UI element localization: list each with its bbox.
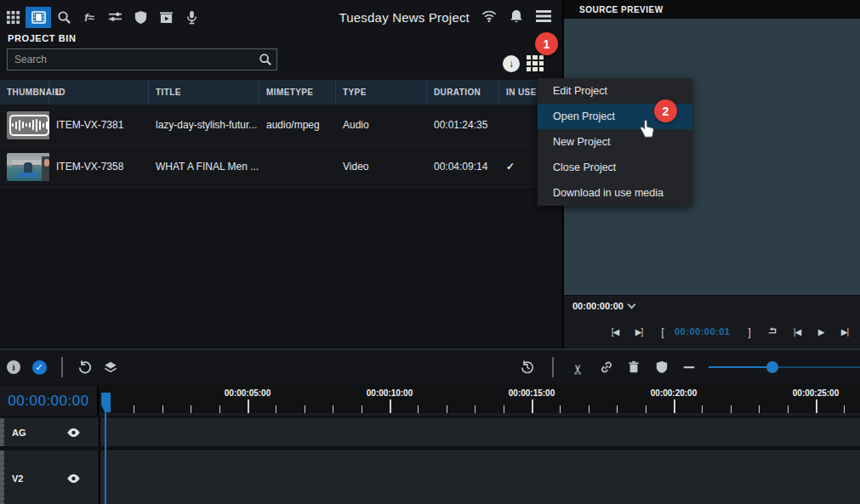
drag-handle[interactable] xyxy=(0,450,4,504)
info-icon[interactable]: i xyxy=(5,359,22,376)
mark-out-button[interactable]: ] xyxy=(738,326,761,338)
shield-icon[interactable] xyxy=(128,7,153,28)
col-id[interactable]: ID xyxy=(49,80,149,105)
project-bin-label: PROJECT BIN xyxy=(8,33,77,43)
ruler-tick xyxy=(362,405,362,413)
play-button[interactable]: ▶ xyxy=(809,327,833,337)
ruler-tick xyxy=(305,405,305,413)
layers-icon[interactable] xyxy=(102,359,119,376)
notifications-bell-icon[interactable] xyxy=(509,8,524,27)
hamburger-menu-icon[interactable] xyxy=(536,8,551,27)
goto-in-button[interactable]: [◀ xyxy=(603,327,627,337)
ruler-tick xyxy=(191,405,191,413)
ruler-tick xyxy=(134,405,134,413)
search-icon[interactable] xyxy=(51,7,77,28)
playhead-timecode: 00:00:00:00 xyxy=(8,393,88,410)
track-header[interactable]: AG xyxy=(0,418,100,446)
track-lane[interactable] xyxy=(100,450,860,504)
adjust-sliders-icon[interactable] xyxy=(102,7,128,28)
divider xyxy=(552,357,554,377)
export-archive-icon[interactable] xyxy=(153,7,179,28)
transport-controls: [◀ ▶] [ 00:00:00:01 ] |◀ ▶ ▶| xyxy=(564,316,860,347)
step-badge-1: 1 xyxy=(535,32,558,55)
chevron-down-icon[interactable] xyxy=(627,301,635,309)
preview-timecode-row[interactable]: 00:00:00:00 xyxy=(564,296,860,316)
thumbnail-cell[interactable] xyxy=(0,111,49,139)
undo-icon[interactable] xyxy=(77,359,94,376)
mark-in-button[interactable]: [ xyxy=(651,326,675,338)
zoom-slider-handle[interactable] xyxy=(766,361,778,373)
track-lane[interactable] xyxy=(100,418,860,446)
project-grid-icon[interactable] xyxy=(527,55,544,71)
loop-button[interactable] xyxy=(761,326,785,337)
apps-grid-icon[interactable] xyxy=(0,7,26,28)
cell-duration: 00:01:24:35 xyxy=(427,119,499,131)
next-frame-button[interactable]: ▶| xyxy=(833,327,857,337)
prev-frame-button[interactable]: |◀ xyxy=(785,327,809,337)
timeline-toolbar-right: ✂ xyxy=(520,357,860,377)
search-input-icon[interactable] xyxy=(259,53,272,66)
ruler-tick xyxy=(617,405,618,413)
menu-item-new-project[interactable]: New Project xyxy=(538,129,692,155)
history-icon[interactable] xyxy=(520,359,535,376)
menu-item-close-project[interactable]: Close Project xyxy=(538,155,692,180)
ruler-tick xyxy=(560,405,561,413)
track-name: AG xyxy=(12,428,26,438)
col-type[interactable]: TYPE xyxy=(336,80,427,105)
project-menu: Edit Project Open Project New Project Cl… xyxy=(538,78,692,206)
zoom-out-minus-icon[interactable] xyxy=(681,359,697,376)
timeline-toolbar-left: i ✓ xyxy=(0,357,119,377)
ruler-tick xyxy=(844,405,845,413)
link-icon[interactable] xyxy=(599,359,614,376)
mark-timecode[interactable]: 00:00:00:01 xyxy=(675,326,738,337)
table-row[interactable]: ITEM-VX-7381 lazy-day-stylish-futur... a… xyxy=(0,105,561,146)
col-duration[interactable]: DURATION xyxy=(427,80,499,105)
cell-type: Video xyxy=(336,161,427,173)
timeline-zoom-slider[interactable] xyxy=(709,359,860,376)
track-header[interactable]: V2 xyxy=(0,450,100,504)
menu-item-download-in-use-media[interactable]: Download in use media xyxy=(538,180,692,206)
ruler-tick xyxy=(532,399,533,413)
ruler-label: 00:00:10:00 xyxy=(367,388,413,398)
ruler-tick xyxy=(731,405,732,413)
col-thumbnail[interactable]: THUMBNAIL xyxy=(0,80,49,105)
track-v2: V2 xyxy=(0,450,860,504)
shield-icon[interactable] xyxy=(653,359,669,376)
eye-icon[interactable] xyxy=(66,428,81,438)
download-media-icon[interactable]: ↓ xyxy=(503,55,520,72)
check-circle-icon[interactable]: ✓ xyxy=(31,359,48,376)
project-title: Tuesday News Project xyxy=(339,10,470,25)
project-bin-icon[interactable] xyxy=(26,7,51,28)
divider xyxy=(61,357,63,377)
cut-scissors-icon[interactable]: ✂ xyxy=(570,360,587,375)
project-bin-panel: f≈ Tuesday News Project xyxy=(0,0,561,348)
col-mimetype[interactable]: MIMETYPE xyxy=(259,80,336,105)
wifi-icon[interactable] xyxy=(481,8,497,27)
effects-fx-icon[interactable]: f≈ xyxy=(77,7,102,28)
step-badge-2: 2 xyxy=(654,99,677,122)
cell-id: ITEM-VX-7358 xyxy=(49,161,149,173)
eye-icon[interactable] xyxy=(66,473,81,484)
cell-duration: 00:04:09:14 xyxy=(427,161,499,173)
timeline-ruler[interactable]: 00:00:05:0000:00:10:0000:00:15:0000:00:2… xyxy=(100,386,860,416)
drag-handle[interactable] xyxy=(0,418,4,446)
trash-icon[interactable] xyxy=(626,359,641,376)
search-input[interactable] xyxy=(7,48,277,71)
cell-id: ITEM-VX-7381 xyxy=(49,119,149,131)
cell-mimetype: audio/mpeg xyxy=(259,119,336,131)
cell-type: Audio xyxy=(336,119,427,131)
main-toolbar: f≈ Tuesday News Project xyxy=(0,6,561,29)
ruler-tick xyxy=(759,405,760,413)
ruler-tick xyxy=(702,405,703,413)
col-title[interactable]: TITLE xyxy=(149,80,259,105)
source-preview-title: SOURCE PREVIEW xyxy=(564,0,860,19)
table-row[interactable]: ITEM-VX-7358 WHAT A FINAL Men ... Video … xyxy=(0,146,561,188)
thumbnail-cell[interactable] xyxy=(0,153,49,181)
video-editor-app: f≈ Tuesday News Project xyxy=(0,0,860,504)
audio-waveform-thumbnail xyxy=(7,111,49,139)
microphone-icon[interactable] xyxy=(179,7,204,28)
timeline-toolbar: i ✓ ✂ xyxy=(0,350,860,384)
preview-timecode: 00:00:00:00 xyxy=(572,301,624,311)
goto-out-button[interactable]: ▶] xyxy=(627,327,651,337)
search-row xyxy=(7,48,277,71)
